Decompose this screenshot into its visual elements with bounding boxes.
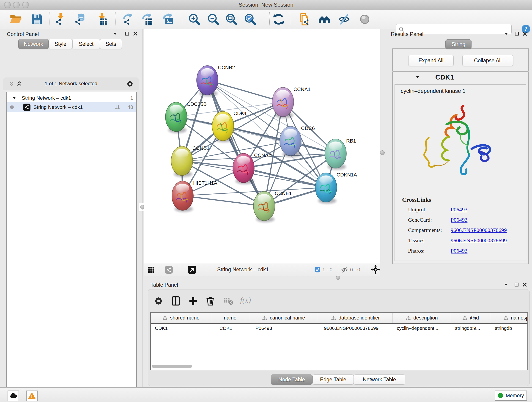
refresh-view-button[interactable]	[272, 13, 285, 26]
cell-name[interactable]: CDK1	[211, 323, 249, 333]
birdseye-view-icon[interactable]	[148, 266, 155, 273]
cell-canonical-name[interactable]: P06493	[249, 323, 318, 333]
column-header-namespace[interactable]: namespace	[490, 313, 528, 323]
edge-HIST1H1A-CCNE1[interactable]	[183, 196, 264, 206]
export-image-button[interactable]	[161, 13, 174, 26]
table-gear-icon[interactable]	[153, 296, 164, 306]
node-CDKN1A[interactable]: CDKN1A	[315, 172, 357, 204]
table-collapse-icon[interactable]	[503, 282, 509, 287]
crosslink-value-link[interactable]: P06493	[451, 248, 467, 258]
network-row-selected[interactable]: String Network – cdk1 11 48	[7, 102, 136, 112]
tab-edge-table[interactable]: Edge Table	[312, 375, 354, 385]
zoom-in-button[interactable]	[188, 13, 201, 26]
cloud-button[interactable]	[7, 390, 19, 401]
export-network-button[interactable]	[122, 13, 134, 26]
table-row[interactable]: CDK1CDK1P064939606.ENSP00000378699cyclin…	[151, 323, 528, 333]
cell-namespace[interactable]: stringdb	[490, 323, 528, 333]
zoom-fit-button[interactable]	[225, 13, 238, 26]
tab-sets[interactable]: Sets	[100, 39, 122, 49]
column-header-database-identifier[interactable]: database identifier	[318, 313, 393, 323]
save-session-button[interactable]	[31, 13, 43, 26]
node-label-RB1: RB1	[346, 138, 356, 144]
string-view-icon[interactable]	[165, 266, 173, 274]
edge-CCNB2-CCNA1[interactable]	[207, 80, 283, 102]
column-header--id[interactable]: @id	[451, 313, 490, 323]
node-HIST1H1A[interactable]: HIST1H1A	[172, 180, 217, 212]
node-label-CDK1: CDK1	[234, 110, 247, 116]
node-CCNB2[interactable]: CCNB2	[196, 65, 235, 96]
results-close-icon[interactable]	[522, 31, 528, 36]
cell-shared-name[interactable]: CDK1	[151, 323, 211, 333]
home-view-button[interactable]	[318, 13, 331, 26]
clipboard-network-button[interactable]	[298, 13, 311, 26]
inactive-eye-button[interactable]	[358, 13, 371, 26]
node-CCNE1[interactable]: CCNE1	[253, 191, 292, 222]
crosslink-row: Compartments:9606.ENSP00000378699	[408, 227, 523, 237]
table-delete-row-icon[interactable]	[205, 296, 215, 306]
table-float-icon[interactable]	[514, 282, 519, 287]
node-CCNA1[interactable]: CCNA1	[272, 86, 311, 118]
panel-float-icon[interactable]	[124, 31, 130, 36]
zoom-selected-button[interactable]	[244, 13, 257, 26]
crosslink-value-link[interactable]: P06493	[451, 206, 467, 217]
tab-select[interactable]: Select	[72, 39, 100, 49]
hide-unhide-button[interactable]	[338, 13, 351, 26]
memory-button[interactable]: Memory	[495, 390, 527, 401]
network-options-gear-icon[interactable]	[126, 80, 134, 88]
toolbar-separator	[182, 12, 182, 26]
tab-style[interactable]: Style	[49, 39, 72, 49]
network-canvas[interactable]: CCNB2CCNA1CDC25BCDK1CDC6RB1CCNB1CCNA2CDK…	[144, 29, 380, 263]
expand-all-button[interactable]: Expand All	[408, 55, 454, 66]
column-header-name[interactable]: name	[211, 313, 249, 323]
cell-description[interactable]: cyclin–dependent ...	[393, 323, 451, 333]
crosslink-label: GeneCard:	[408, 217, 451, 227]
table-close-icon[interactable]	[522, 282, 527, 287]
tab-node-table[interactable]: Node Table	[271, 375, 312, 385]
warnings-button[interactable]	[26, 390, 38, 401]
crosslink-value-link[interactable]: 9606.ENSP00000378699	[451, 237, 507, 248]
hidden-eye-icon[interactable]	[341, 266, 348, 274]
column-header-canonical-name[interactable]: canonical name	[249, 313, 318, 323]
results-float-icon[interactable]	[514, 31, 520, 36]
panel-collapse-icon[interactable]	[113, 31, 118, 36]
import-database-button[interactable]	[74, 13, 86, 26]
column-header-shared-name[interactable]: shared name	[151, 313, 211, 323]
network-collection-row[interactable]: String Network – cdk1 1	[7, 93, 136, 103]
column-header-description[interactable]: description	[393, 313, 451, 323]
crosslink-value-link[interactable]: P06493	[451, 217, 467, 227]
import-table-button[interactable]	[95, 13, 108, 26]
crosslinks-list: Uniprot:P06493GeneCard:P06493Compartment…	[408, 206, 523, 258]
table-columns-icon[interactable]	[171, 296, 181, 306]
export-table-button[interactable]	[141, 13, 153, 26]
crosslink-row: Pharos:P06493	[408, 248, 523, 258]
import-network-button[interactable]	[54, 13, 67, 26]
node-CDC25B[interactable]: CDC25B	[165, 101, 207, 133]
table-delete-table-icon	[223, 296, 233, 306]
results-collapse-icon[interactable]	[504, 31, 509, 36]
node-CDC6[interactable]: CDC6	[280, 125, 315, 157]
edge-CCNB2-CCNE1[interactable]	[207, 80, 264, 206]
gene-collapse-icon[interactable]	[415, 75, 420, 80]
node-table[interactable]: shared namenamecanonical namedatabase id…	[150, 312, 528, 370]
cell-database-identifier[interactable]: 9606.ENSP00000378699	[318, 323, 393, 333]
selected-count-checkbox-icon[interactable]	[314, 267, 321, 273]
crosslink-value-link[interactable]: 9606.ENSP00000378699	[451, 227, 507, 237]
node-RB1[interactable]: RB1	[325, 138, 356, 170]
tab-network-table[interactable]: Network Table	[354, 375, 405, 385]
tree-expander-icon[interactable]	[12, 96, 17, 101]
open-in-window-icon[interactable]	[188, 265, 196, 274]
cell--id[interactable]: stringdb:9...	[451, 323, 490, 333]
open-session-button[interactable]	[9, 13, 22, 26]
table-horizontal-scrollbar[interactable]	[152, 365, 192, 368]
tab-network[interactable]: Network	[18, 39, 49, 49]
column-type-icon	[262, 315, 267, 320]
fit-content-crosshair-icon[interactable]	[371, 265, 380, 274]
edge-CDK1-RB1[interactable]	[223, 126, 336, 153]
table-add-icon[interactable]	[188, 296, 198, 306]
network-graph[interactable]: CCNB2CCNA1CDC25BCDK1CDC6RB1CCNB1CCNA2CDK…	[144, 29, 380, 263]
zoom-out-button[interactable]	[207, 13, 220, 26]
panel-close-icon[interactable]	[133, 31, 138, 36]
crosslink-row: Tissues:9606.ENSP00000378699	[408, 237, 523, 248]
collapse-all-button[interactable]: Collapse All	[462, 55, 513, 66]
tab-string[interactable]: String	[445, 39, 472, 49]
